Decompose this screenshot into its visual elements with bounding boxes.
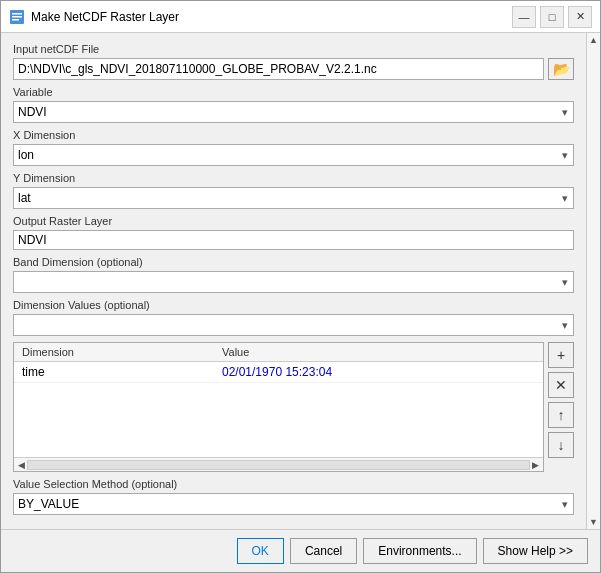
scroll-left-icon[interactable]: ◀	[18, 460, 25, 470]
show-help-button[interactable]: Show Help >>	[483, 538, 588, 564]
scroll-track[interactable]	[27, 460, 530, 470]
input-file-row: 📂	[13, 58, 574, 80]
table-scrollbar[interactable]: ◀ ▶	[14, 457, 543, 471]
window-controls: — □ ✕	[512, 6, 592, 28]
svg-rect-2	[12, 16, 22, 18]
table-cell-value: 02/01/1970 15:23:04	[222, 365, 535, 379]
move-down-button[interactable]: ↓	[548, 432, 574, 458]
environments-button[interactable]: Environments...	[363, 538, 476, 564]
scroll-right-icon[interactable]: ▶	[532, 460, 539, 470]
table-row[interactable]: time 02/01/1970 15:23:04	[14, 362, 543, 383]
main-window: Make NetCDF Raster Layer — □ ✕ Input net…	[0, 0, 601, 573]
folder-icon: 📂	[553, 61, 570, 77]
svg-rect-3	[12, 19, 19, 21]
input-file-group: Input netCDF File 📂	[13, 43, 574, 80]
dimension-values-dropdown-wrapper	[13, 314, 574, 336]
table-cell-dimension: time	[22, 365, 222, 379]
y-dimension-label: Y Dimension	[13, 172, 574, 184]
band-dimension-group: Band Dimension (optional)	[13, 256, 574, 293]
cancel-button[interactable]: Cancel	[290, 538, 357, 564]
window-title: Make NetCDF Raster Layer	[31, 10, 179, 24]
dimension-table: Dimension Value time 02/01/1970 15:23:04…	[13, 342, 544, 472]
table-action-buttons: + ✕ ↑ ↓	[548, 342, 574, 472]
variable-dropdown[interactable]: NDVI	[13, 101, 574, 123]
title-bar-left: Make NetCDF Raster Layer	[9, 9, 179, 25]
minimize-button[interactable]: —	[512, 6, 536, 28]
value-selection-group: Value Selection Method (optional) BY_VAL…	[13, 478, 574, 515]
y-dimension-dropdown-wrapper: lat	[13, 187, 574, 209]
dimension-values-group: Dimension Values (optional)	[13, 299, 574, 336]
variable-label: Variable	[13, 86, 574, 98]
scroll-up-icon[interactable]: ▲	[589, 35, 598, 45]
footer: OK Cancel Environments... Show Help >>	[1, 529, 600, 572]
x-dimension-dropdown-wrapper: lon	[13, 144, 574, 166]
app-icon	[9, 9, 25, 25]
variable-dropdown-wrapper: NDVI	[13, 101, 574, 123]
maximize-button[interactable]: □	[540, 6, 564, 28]
scroll-down-icon[interactable]: ▼	[589, 517, 598, 527]
dimension-values-dropdown[interactable]	[13, 314, 574, 336]
delete-row-button[interactable]: ✕	[548, 372, 574, 398]
band-dimension-dropdown-wrapper	[13, 271, 574, 293]
table-col-value-header: Value	[222, 346, 535, 358]
value-selection-label: Value Selection Method (optional)	[13, 478, 574, 490]
output-layer-field[interactable]	[13, 230, 574, 250]
browse-button[interactable]: 📂	[548, 58, 574, 80]
table-col-dimension-header: Dimension	[22, 346, 222, 358]
right-scrollbar[interactable]: ▲ ▼	[586, 33, 600, 529]
variable-group: Variable NDVI	[13, 86, 574, 123]
content-area: Input netCDF File 📂 Variable NDVI	[1, 33, 586, 529]
input-file-field[interactable]	[13, 58, 544, 80]
main-area: Input netCDF File 📂 Variable NDVI	[1, 33, 600, 529]
ok-button[interactable]: OK	[237, 538, 284, 564]
y-dimension-group: Y Dimension lat	[13, 172, 574, 209]
move-up-button[interactable]: ↑	[548, 402, 574, 428]
add-row-button[interactable]: +	[548, 342, 574, 368]
value-selection-dropdown-wrapper: BY_VALUE	[13, 493, 574, 515]
dimension-values-label: Dimension Values (optional)	[13, 299, 574, 311]
band-dimension-dropdown[interactable]	[13, 271, 574, 293]
x-dimension-label: X Dimension	[13, 129, 574, 141]
table-header: Dimension Value	[14, 343, 543, 362]
form-area: Input netCDF File 📂 Variable NDVI	[1, 33, 586, 529]
svg-rect-1	[12, 13, 22, 15]
x-dimension-group: X Dimension lon	[13, 129, 574, 166]
band-dimension-label: Band Dimension (optional)	[13, 256, 574, 268]
output-layer-group: Output Raster Layer	[13, 215, 574, 250]
output-layer-label: Output Raster Layer	[13, 215, 574, 227]
table-section: Dimension Value time 02/01/1970 15:23:04…	[13, 342, 574, 472]
value-selection-dropdown[interactable]: BY_VALUE	[13, 493, 574, 515]
input-file-label: Input netCDF File	[13, 43, 574, 55]
close-button[interactable]: ✕	[568, 6, 592, 28]
x-dimension-dropdown[interactable]: lon	[13, 144, 574, 166]
y-dimension-dropdown[interactable]: lat	[13, 187, 574, 209]
table-body: time 02/01/1970 15:23:04	[14, 362, 543, 457]
title-bar: Make NetCDF Raster Layer — □ ✕	[1, 1, 600, 33]
